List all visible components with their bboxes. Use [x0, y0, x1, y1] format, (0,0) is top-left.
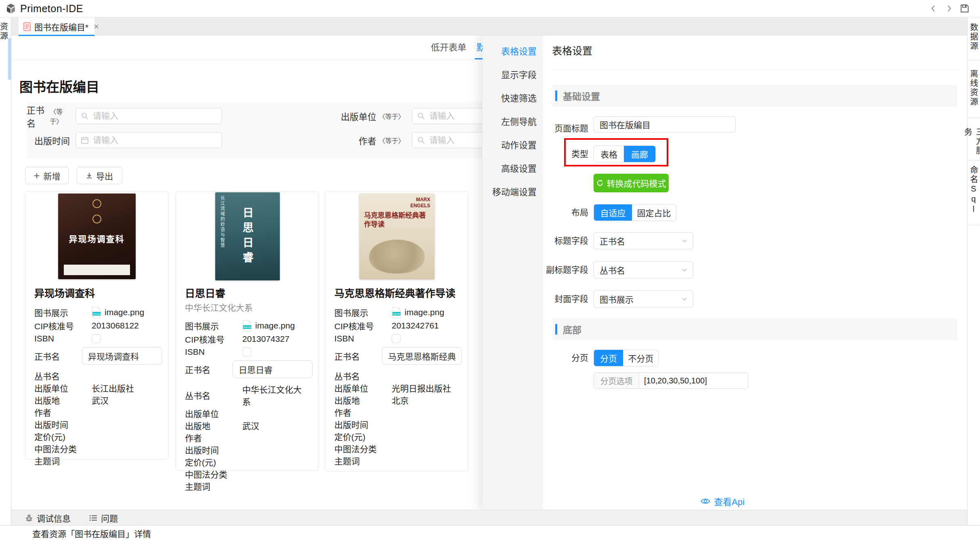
page-size-options-value: [10,20,30,50,100] — [639, 373, 748, 388]
field-row: CIP核准号2013068122 — [34, 320, 159, 332]
download-icon — [86, 173, 92, 179]
editor-tab-book-catalog[interactable]: 图书在版编目* × — [19, 17, 94, 36]
view-api-link[interactable]: 查看Api — [701, 495, 745, 507]
file-attachment[interactable]: IMAGE image.png — [92, 307, 159, 318]
nav-mobile-settings[interactable]: 移动端设置 — [483, 179, 543, 203]
rail-item-offline-resources[interactable]: 离线资源 — [967, 61, 980, 118]
debug-info-button[interactable]: 调试信息 — [25, 512, 71, 524]
svg-text:IMAGE: IMAGE — [93, 313, 100, 315]
nav-action-settings[interactable]: 动作设置 — [483, 133, 543, 156]
book-cover: 异现场调查科 — [34, 192, 159, 281]
page-size-options-addon: 分页选项 — [594, 373, 639, 388]
svg-text:IMAGE: IMAGE — [393, 313, 400, 315]
isbn-checkbox[interactable] — [92, 334, 101, 343]
page-title-label: 页面标题 — [543, 120, 588, 137]
subtitle-field-select[interactable]: 丛书名 — [594, 261, 693, 278]
primeton-logo-icon — [6, 3, 16, 14]
search-input-pubdate[interactable] — [76, 132, 222, 148]
card-title: 异现场调查科 — [34, 285, 159, 300]
tab-lowcode-form[interactable]: 低开表单 — [431, 36, 466, 59]
window-titlebar: Primeton-IDE — [0, 0, 980, 17]
field-row: 出版单位光明日报出版社 — [334, 382, 459, 394]
field-row: 出版地北京 — [334, 394, 459, 406]
status-text: 查看资源「图书在版编目」详情 — [32, 527, 151, 539]
nav-left-navigation[interactable]: 左侧导航 — [483, 109, 543, 133]
field-row: 主题词 — [185, 480, 310, 492]
nav-forward-button[interactable] — [944, 4, 953, 13]
bookname-input[interactable] — [382, 347, 462, 365]
field-row: 图书展示 IMAGE image.png — [34, 305, 159, 320]
field-row: 主题词 — [334, 455, 459, 467]
type-option-table[interactable]: 表格 — [594, 146, 624, 162]
nav-back-button[interactable] — [929, 4, 938, 13]
field-row: 定价(元) — [334, 430, 459, 442]
nav-table-settings[interactable]: 表格设置 — [483, 39, 543, 62]
layout-label: 布局 — [543, 204, 588, 221]
app-title: Primeton-IDE — [20, 3, 83, 15]
paging-option-off[interactable]: 不分页 — [623, 350, 659, 366]
export-button[interactable]: 导出 — [77, 167, 122, 184]
field-row: 作者 — [34, 406, 159, 418]
file-attachment[interactable]: IMAGE image.png — [392, 307, 459, 318]
type-label: 类型 — [543, 145, 588, 162]
field-row: CIP核准号2013074327 — [185, 333, 310, 345]
search-label-author: 作者〈等于〉 — [309, 132, 405, 148]
eye-icon — [701, 498, 710, 505]
layout-option-adaptive[interactable]: 自适应 — [594, 204, 632, 221]
add-button[interactable]: 新增 — [25, 167, 69, 184]
rail-item-third-party-services[interactable]: 三方服务 — [967, 118, 980, 161]
calendar-icon — [81, 136, 89, 144]
subtitle-field-label: 副标题字段 — [543, 261, 588, 278]
bookname-input[interactable] — [233, 360, 313, 378]
close-icon[interactable]: × — [94, 22, 99, 31]
search-input-bookname[interactable] — [76, 108, 222, 124]
field-row: 出版单位 — [185, 407, 310, 419]
cover-field-select[interactable]: 图书展示 — [594, 290, 693, 307]
nav-display-fields[interactable]: 显示字段 — [483, 62, 543, 86]
field-row: 定价(元) — [185, 456, 310, 468]
search-icon — [81, 112, 89, 120]
book-cover: MARX ENGELS 马克思恩格斯经典著作导读 — [334, 192, 459, 281]
field-row: 正书名 — [34, 345, 159, 366]
nav-advanced-settings[interactable]: 高级设置 — [483, 156, 543, 179]
page-title-input[interactable] — [594, 116, 736, 133]
refresh-icon — [596, 179, 604, 187]
search-label-bookname: 正书名〈等于〉 — [27, 108, 70, 124]
rail-item-named-sql[interactable]: 命名Sql — [967, 161, 980, 225]
field-row: 中图法分类 — [185, 468, 310, 480]
problems-button[interactable]: 问题 — [89, 512, 118, 524]
field-row: 出版时间 — [34, 418, 159, 430]
bookname-input[interactable] — [82, 347, 162, 365]
title-field-label: 标题字段 — [543, 232, 588, 249]
isbn-checkbox[interactable] — [242, 347, 251, 356]
field-row: 出版地武汉 — [34, 394, 159, 406]
image-file-icon: IMAGE — [392, 307, 401, 318]
field-row: 作者 — [334, 406, 459, 418]
field-row: 出版单位长江出版社 — [34, 382, 159, 394]
chevron-down-icon — [681, 266, 688, 274]
gallery-card: MARX ENGELS 马克思恩格斯经典著作导读 马克思恩格斯经典著作导读 图书… — [325, 191, 468, 472]
nav-quick-filter[interactable]: 快速筛选 — [483, 86, 543, 109]
page-size-options-input[interactable]: 分页选项 [10,20,30,50,100] — [594, 373, 748, 389]
plus-icon — [34, 173, 40, 179]
rail-item-datasource[interactable]: 数据源 — [967, 17, 980, 61]
search-label-publisher: 出版单位〈等于〉 — [309, 108, 405, 124]
convert-to-code-button[interactable]: 转换成代码模式 — [594, 174, 669, 192]
file-attachment[interactable]: IMAGE image.png — [242, 320, 310, 332]
field-row: 图书展示 IMAGE image.png — [334, 305, 459, 320]
cover-field-label: 封面字段 — [543, 290, 588, 307]
field-row: ISBN — [34, 332, 159, 345]
settings-nav: 表格设置 显示字段 快速筛选 左侧导航 动作设置 高级设置 移动端设置 — [483, 36, 543, 510]
active-tab-underline — [19, 35, 94, 36]
image-file-icon: IMAGE — [242, 320, 252, 332]
field-row: 正书名 — [185, 359, 310, 380]
save-icon[interactable] — [960, 4, 970, 13]
title-field-select[interactable]: 正书名 — [594, 232, 693, 249]
paging-option-on[interactable]: 分页 — [594, 350, 623, 366]
paging-segmented: 分页 不分页 — [594, 349, 659, 366]
field-row: 图书展示 IMAGE image.png — [185, 318, 310, 333]
layout-option-fixed[interactable]: 固定占比 — [632, 204, 676, 221]
type-option-gallery[interactable]: 画廊 — [624, 146, 655, 162]
isbn-checkbox[interactable] — [392, 334, 401, 343]
search-icon — [417, 112, 425, 120]
